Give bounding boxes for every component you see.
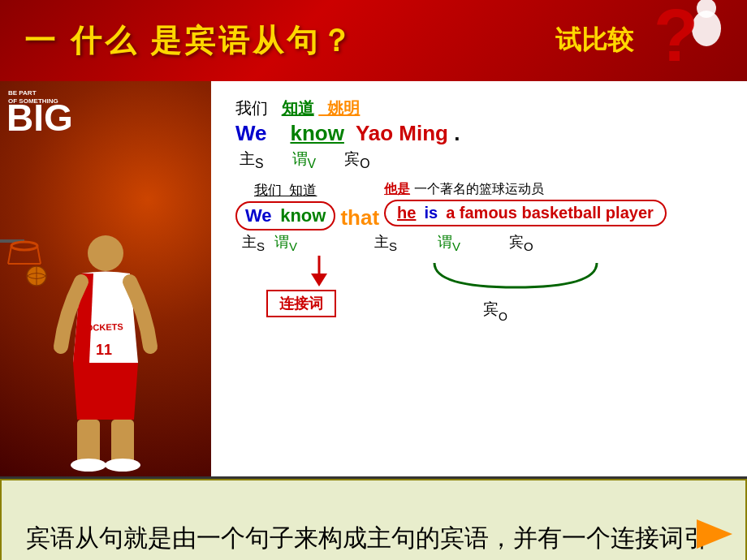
english-sentence-1: We know Yao Ming .	[235, 121, 723, 146]
svg-text:?: ?	[654, 0, 698, 76]
big-text: BIG	[6, 99, 73, 136]
header-subtitle: 试比较	[555, 23, 633, 58]
connector-area: 连接词 宾O	[235, 256, 723, 337]
sentence-row-1: 我们 知道 姚明 We know Yao Ming . 主S 谓V 宾O	[235, 97, 723, 171]
basketball-hoop-svg	[0, 231, 53, 296]
summary-text: 宾语从句就是由一个句子来构成主句的宾语，并有一个连接词引导。	[26, 519, 721, 560]
connector-label: 连接词	[279, 295, 323, 312]
nav-arrow-container[interactable]	[697, 519, 732, 549]
svg-text:宾O: 宾O	[483, 300, 507, 323]
svg-point-11	[88, 235, 123, 271]
header-title: 一 什么 是宾语从句？	[24, 20, 355, 62]
svg-point-5	[11, 242, 37, 250]
he-is-section: 他是 一个著名的篮球运动员 he is a famous basketball …	[384, 181, 667, 226]
brace-area: 宾O	[426, 259, 605, 327]
svg-rect-12	[77, 420, 100, 464]
spacer	[235, 174, 723, 181]
chinese-sentence-2b: 他是 一个著名的篮球运动员	[384, 181, 543, 198]
that-connector: that	[340, 205, 379, 230]
svg-text:ROCKETS: ROCKETS	[80, 321, 123, 333]
svg-text:11: 11	[96, 342, 112, 358]
svg-line-6	[8, 246, 11, 264]
chinese-yaoming: 姚明	[318, 99, 360, 117]
svg-marker-19	[311, 274, 327, 286]
down-arrow-svg	[307, 256, 331, 288]
header: 一 什么 是宾语从句？ 试比较 ?	[0, 0, 747, 81]
labels-row-1: 主S 谓V 宾O	[235, 149, 723, 171]
main-area: BE PARTOF SOMETHING BIG	[0, 81, 747, 479]
arrow-down	[307, 256, 331, 288]
we-know-section: 我们 知道 We know	[235, 181, 335, 230]
chinese-know: 知道	[282, 99, 314, 117]
chinese-sentence-2a: 我们 知道	[254, 181, 317, 200]
labels-row-2: 主S 谓V 主S 谓V 宾O	[235, 232, 723, 253]
he-is-oval: he is a famous basketball player	[384, 200, 667, 226]
connector-box: 连接词	[266, 290, 336, 317]
brace-svg: 宾O	[426, 259, 605, 324]
right-panel: 我们 知道 姚明 We know Yao Ming . 主S 谓V 宾O	[211, 81, 747, 476]
chinese-sentence-1: 我们 知道 姚明	[235, 97, 723, 119]
left-panel: BE PARTOF SOMETHING BIG	[0, 81, 211, 476]
svg-point-14	[71, 459, 106, 472]
svg-point-15	[105, 459, 140, 472]
question-mark-figure: ?	[641, 0, 739, 81]
summary-box: 宾语从句就是由一个句子来构成主句的宾语，并有一个连接词引导。	[0, 479, 747, 560]
svg-rect-13	[111, 420, 134, 464]
we-know-oval: We know	[235, 201, 335, 230]
svg-line-7	[37, 246, 41, 264]
player-silhouette: ROCKETS 11	[49, 233, 162, 476]
basketball-background: BE PARTOF SOMETHING BIG	[0, 81, 211, 476]
sentence-row-2: 我们 知道 We know that 他是 一个著名的篮球运动员	[235, 181, 723, 230]
next-arrow[interactable]	[697, 519, 732, 549]
